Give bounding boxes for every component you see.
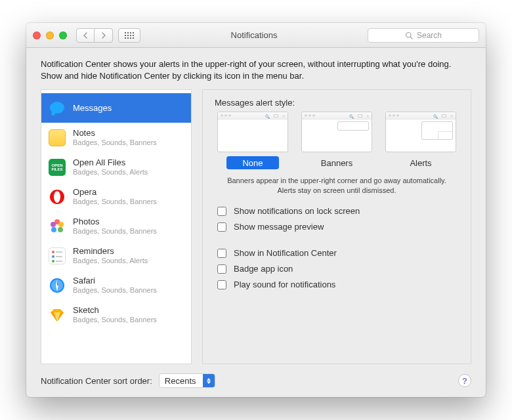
sketch-icon bbox=[48, 306, 66, 324]
search-placeholder: Search bbox=[417, 31, 442, 40]
panes: Mail Badges, Sounds, Banners Messages bbox=[41, 89, 471, 364]
svg-point-8 bbox=[58, 222, 64, 227]
sort-order-select[interactable]: Recents bbox=[159, 373, 215, 388]
app-meta: Badges, Sounds, Banners bbox=[73, 227, 157, 236]
app-name: Open All Files bbox=[73, 158, 148, 168]
preferences-window: Notifications Search Notification Center… bbox=[26, 23, 486, 397]
app-name: Opera bbox=[73, 188, 157, 198]
app-name: Notes bbox=[73, 129, 157, 138]
app-name: Sketch bbox=[73, 306, 157, 316]
reminders-icon bbox=[48, 247, 66, 265]
alert-style-banners[interactable]: 🔍≡ Banners bbox=[299, 112, 375, 169]
search-icon bbox=[405, 32, 413, 39]
minimize-window-button[interactable] bbox=[46, 32, 54, 39]
close-window-button[interactable] bbox=[33, 32, 41, 39]
app-name: Reminders bbox=[73, 247, 148, 257]
app-name: Messages bbox=[73, 104, 112, 114]
check-in-center[interactable]: Show in Notification Center bbox=[215, 247, 459, 260]
search-input[interactable]: Search bbox=[368, 28, 479, 43]
sort-order-value: Recents bbox=[160, 376, 203, 386]
window-title: Notifications bbox=[146, 30, 362, 40]
svg-line-1 bbox=[410, 37, 412, 39]
show-all-button[interactable] bbox=[118, 28, 140, 43]
options-group: Show notifications on lock screen Show m… bbox=[215, 205, 459, 291]
check-in-center-label: Show in Notification Center bbox=[234, 248, 337, 258]
zoom-window-button[interactable] bbox=[59, 32, 67, 39]
window-controls bbox=[33, 32, 67, 39]
check-lock-screen[interactable]: Show notifications on lock screen bbox=[215, 205, 459, 218]
alert-style-explanation: Banners appear in the upper-right corner… bbox=[221, 176, 452, 196]
alert-style-picker: 🔍≡ None 🔍≡ Banners bbox=[215, 112, 459, 169]
svg-point-9 bbox=[58, 227, 63, 232]
alert-style-banners-label: Banners bbox=[310, 156, 363, 169]
svg-point-10 bbox=[51, 227, 56, 232]
svg-point-6 bbox=[54, 191, 60, 203]
sort-order-label: Notification Center sort order: bbox=[41, 376, 152, 386]
stepper-arrows-icon bbox=[203, 374, 215, 387]
alert-style-heading: Messages alert style: bbox=[215, 98, 459, 108]
alert-style-banners-preview: 🔍≡ bbox=[301, 112, 372, 152]
app-row-open-all-files[interactable]: OPENFILES Open All Files Badges, Sounds,… bbox=[41, 152, 191, 182]
app-meta: Badges, Sounds, Alerts bbox=[73, 168, 148, 177]
help-icon: ? bbox=[462, 376, 467, 386]
app-list[interactable]: Mail Badges, Sounds, Banners Messages bbox=[41, 89, 192, 364]
messages-icon bbox=[48, 99, 66, 117]
app-meta: Badges, Sounds, Banners bbox=[73, 286, 157, 295]
svg-point-0 bbox=[406, 32, 411, 37]
check-badge[interactable]: Badge app icon bbox=[215, 262, 459, 276]
help-button[interactable]: ? bbox=[458, 374, 471, 387]
app-row-photos[interactable]: Photos Badges, Sounds, Banners bbox=[41, 211, 191, 241]
photos-icon bbox=[48, 217, 66, 236]
check-sound-box[interactable] bbox=[217, 280, 226, 289]
titlebar: Notifications Search bbox=[26, 23, 486, 48]
detail-pane: Messages alert style: 🔍≡ None 🔍≡ bbox=[202, 89, 471, 364]
check-lock-screen-box[interactable] bbox=[217, 207, 226, 216]
app-meta: Badges, Sounds, Banners bbox=[73, 316, 157, 324]
app-meta: Badges, Sounds, Alerts bbox=[73, 257, 148, 265]
safari-icon bbox=[48, 276, 66, 295]
forward-button[interactable] bbox=[95, 28, 113, 43]
app-row-safari[interactable]: Safari Badges, Sounds, Banners bbox=[41, 270, 191, 300]
open-all-files-icon: OPENFILES bbox=[48, 158, 66, 177]
chevron-right-icon bbox=[101, 32, 106, 39]
app-row-notes[interactable]: Notes Badges, Sounds, Banners bbox=[41, 123, 191, 152]
svg-point-11 bbox=[51, 222, 56, 227]
check-message-preview-box[interactable] bbox=[217, 222, 226, 232]
app-row-sketch[interactable]: Sketch Badges, Sounds, Banners bbox=[41, 300, 191, 329]
app-row-messages[interactable]: Messages bbox=[41, 93, 191, 123]
footer: Notification Center sort order: Recents … bbox=[41, 364, 471, 388]
check-sound-label: Play sound for notifications bbox=[234, 280, 335, 289]
nav-buttons bbox=[76, 28, 113, 43]
check-badge-label: Badge app icon bbox=[234, 264, 293, 274]
check-in-center-box[interactable] bbox=[217, 249, 226, 258]
app-row-opera[interactable]: Opera Badges, Sounds, Banners bbox=[41, 182, 191, 211]
app-name: Photos bbox=[73, 217, 157, 227]
app-meta: Badges, Sounds, Banners bbox=[73, 198, 157, 206]
grid-icon bbox=[125, 32, 134, 39]
opera-icon bbox=[48, 188, 66, 206]
check-badge-box[interactable] bbox=[217, 264, 226, 274]
alert-style-none-label: None bbox=[226, 156, 279, 169]
alert-style-none[interactable]: 🔍≡ None bbox=[215, 112, 291, 169]
check-message-preview[interactable]: Show message preview bbox=[215, 220, 459, 234]
content: Notification Center shows your alerts in… bbox=[26, 48, 486, 397]
chevron-left-icon bbox=[83, 32, 88, 39]
notes-icon bbox=[48, 129, 66, 147]
check-sound[interactable]: Play sound for notifications bbox=[215, 278, 459, 291]
check-message-preview-label: Show message preview bbox=[234, 222, 324, 232]
back-button[interactable] bbox=[76, 28, 95, 43]
alert-style-none-preview: 🔍≡ bbox=[217, 112, 288, 152]
app-row-reminders[interactable]: Reminders Badges, Sounds, Alerts bbox=[41, 241, 191, 270]
app-meta: Badges, Sounds, Banners bbox=[73, 138, 157, 147]
alert-style-alerts-label: Alerts bbox=[395, 156, 447, 169]
alert-style-alerts-preview: 🔍≡ bbox=[385, 112, 456, 152]
description-text: Notification Center shows your alerts in… bbox=[41, 58, 471, 81]
check-lock-screen-label: Show notifications on lock screen bbox=[234, 206, 360, 216]
app-name: Safari bbox=[73, 276, 157, 286]
alert-style-alerts[interactable]: 🔍≡ Alerts bbox=[383, 112, 459, 169]
